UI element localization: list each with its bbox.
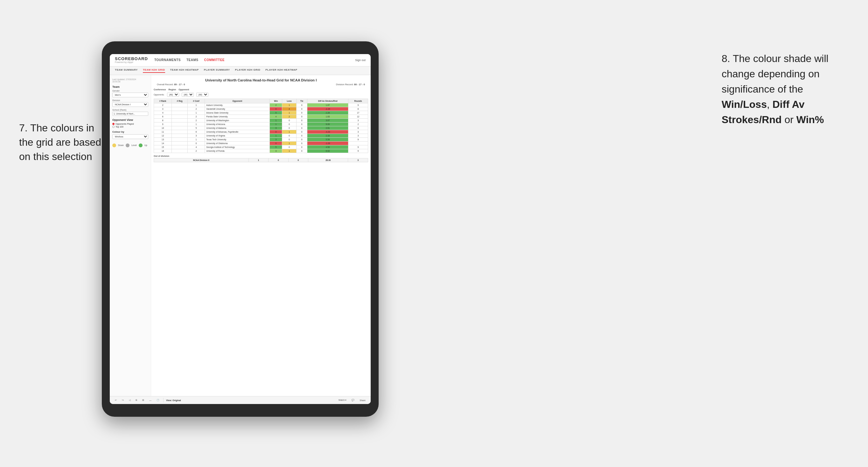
main-content: Last Updated: 27/03/2024 16:55:38 Team G… bbox=[110, 75, 371, 396]
toolbar-separator bbox=[163, 398, 163, 402]
subnav-player-h2h-heatmap[interactable]: PLAYER H2H HEATMAP bbox=[266, 68, 297, 73]
col-diff: Diff Av Strokes/Rnd bbox=[307, 99, 348, 103]
out-division-table: NCAA Division II 1 0 0 26.00 3 bbox=[154, 158, 368, 162]
table-row: 105University of Alabama3002.618 bbox=[154, 126, 368, 130]
filter-row-selects: Opponents: (All) (All) (All) bbox=[154, 93, 368, 97]
legend-row: Down Level Up bbox=[112, 144, 148, 147]
subnav-player-h2h-grid[interactable]: PLAYER H2H GRID bbox=[235, 68, 260, 73]
annotation-right-bold1: Win/Loss bbox=[722, 99, 767, 110]
nav-tournaments[interactable]: TOURNAMENTS bbox=[154, 58, 181, 62]
grid-title: University of North Carolina Head-to-Hea… bbox=[154, 78, 368, 82]
dash-button[interactable]: — bbox=[148, 399, 153, 402]
subnav-team-h2h-heatmap[interactable]: TEAM H2H HEATMAP bbox=[170, 68, 199, 73]
division-select[interactable]: NCAA Division I bbox=[112, 102, 148, 107]
nav-teams[interactable]: TEAMS bbox=[186, 58, 198, 62]
table-row: 82University of Washington1003.673 bbox=[154, 118, 368, 122]
filter-region-select[interactable]: (All) bbox=[182, 93, 194, 97]
comment-button[interactable]: 💬 bbox=[350, 398, 356, 402]
copy-button[interactable]: ⧉ bbox=[134, 398, 138, 402]
colour-by-title: Colour by bbox=[112, 130, 148, 133]
filter-conference-select[interactable]: (All) bbox=[167, 93, 179, 97]
subnav-team-h2h-grid[interactable]: TEAM H2H GRID bbox=[143, 68, 165, 73]
filter-opponent-select[interactable]: (All) bbox=[196, 93, 209, 97]
radio-opponents-played[interactable]: Opponents Played bbox=[112, 123, 148, 125]
last-updated: Last Updated: 27/03/2024 16:55:38 bbox=[112, 78, 148, 83]
logo: SCOREBOARD Powered by clippd bbox=[115, 57, 148, 64]
sub-nav: TEAM SUMMARY TEAM H2H GRID TEAM H2H HEAT… bbox=[110, 66, 371, 75]
bottom-toolbar: ↩ ↪ ◁ ⧉ ⊞ — 🕐 View: Original Watch ▾ 💬 S… bbox=[110, 396, 371, 404]
table-row: 41Arizona State University5102.2817 bbox=[154, 111, 368, 115]
od-rounds: 3 bbox=[348, 158, 368, 162]
school-label: School (Rank) bbox=[112, 109, 148, 111]
nav-committee[interactable]: COMMITTEE bbox=[204, 58, 225, 62]
clock-button[interactable]: 🕐 bbox=[155, 398, 161, 402]
out-division-header: Out of division bbox=[154, 155, 368, 157]
legend-up-dot bbox=[139, 144, 143, 147]
annotation-left: 7. The colours in the grid are based on … bbox=[19, 121, 108, 163]
table-row: 62Florida State University4201.8312 bbox=[154, 115, 368, 118]
col-tie: Tie bbox=[296, 99, 307, 103]
table-row: 154Georgia Institute of Technology5004.5… bbox=[154, 145, 368, 149]
ipad-screen: SCOREBOARD Powered by clippd TOURNAMENTS… bbox=[110, 54, 371, 404]
table-row: 131Texas Tech University3005.569 bbox=[154, 137, 368, 141]
od-diff: 26.00 bbox=[308, 158, 348, 162]
legend-down-dot bbox=[112, 144, 116, 147]
colour-by-select[interactable]: Win/loss bbox=[112, 134, 148, 139]
watch-button[interactable]: Watch ▾ bbox=[337, 398, 348, 402]
col-reg: # Reg bbox=[172, 99, 188, 103]
od-loss: 0 bbox=[269, 158, 288, 162]
table-row: 162University of Florida3106.629 bbox=[154, 149, 368, 153]
col-win: Win bbox=[270, 99, 282, 103]
gender-select[interactable]: Men's bbox=[112, 93, 148, 97]
toolbar-right: Watch ▾ 💬 Share bbox=[337, 398, 367, 402]
filter-region: Region bbox=[168, 88, 176, 91]
radio-dot-opponents-played bbox=[112, 123, 115, 125]
grid-button[interactable]: ⊞ bbox=[141, 398, 146, 402]
annotation-right-line1: The colour shade will change depending o… bbox=[722, 53, 829, 95]
undo-button[interactable]: ↩ bbox=[114, 398, 118, 402]
grid-records: Overall Record: 89 - 17 - 0 Division Rec… bbox=[154, 83, 368, 86]
nav-links: TOURNAMENTS TEAMS COMMITTEE bbox=[154, 58, 349, 62]
opponent-view-title: Opponent View bbox=[112, 118, 148, 122]
table-row: 123University of Virginia1002.333 bbox=[154, 134, 368, 137]
grid-area: University of North Carolina Head-to-Hea… bbox=[151, 75, 371, 396]
filter-opponent: Opponent bbox=[179, 88, 189, 91]
radio-top100[interactable]: Top 100 bbox=[112, 126, 148, 128]
filter-conference: Conference bbox=[154, 88, 166, 91]
table-row: 140University of Oklahoma010-1.00 bbox=[154, 141, 368, 145]
back-button[interactable]: ◁ bbox=[128, 398, 132, 402]
redo-button[interactable]: ↪ bbox=[121, 398, 125, 402]
radio-dot-top100 bbox=[112, 126, 115, 128]
gender-label: Gender bbox=[112, 90, 148, 92]
ipad-frame: SCOREBOARD Powered by clippd TOURNAMENTS… bbox=[102, 41, 379, 417]
od-division: NCAA Division II bbox=[154, 158, 249, 162]
col-loss: Loss bbox=[282, 99, 297, 103]
col-opponent: Opponent bbox=[205, 99, 270, 103]
od-tie: 0 bbox=[288, 158, 308, 162]
col-conf: # Conf bbox=[187, 99, 205, 103]
subnav-team-summary[interactable]: TEAM SUMMARY bbox=[115, 68, 138, 73]
annotation-right: 8. The colour shade will change dependin… bbox=[722, 51, 849, 127]
sign-out-button[interactable]: Sign out bbox=[355, 59, 366, 62]
top-nav: SCOREBOARD Powered by clippd TOURNAMENTS… bbox=[110, 54, 371, 66]
annotation-right-number: 8. bbox=[722, 53, 730, 64]
annotation-right-bold3: Win% bbox=[797, 114, 824, 125]
filter-row: Conference Region Opponent bbox=[154, 88, 368, 91]
col-rank: # Rank bbox=[154, 99, 172, 103]
col-rounds: Rounds bbox=[348, 99, 368, 103]
table-row: 116University of Arkansas, Fayetteville0… bbox=[154, 130, 368, 134]
table-row: 21Auburn University2101.679 bbox=[154, 103, 368, 107]
od-win: 1 bbox=[248, 158, 269, 162]
legend-level-dot bbox=[126, 144, 129, 147]
sidebar-team-title: Team bbox=[112, 85, 148, 88]
table-row: 32Vanderbilt University040-2.298 bbox=[154, 107, 368, 111]
data-table: # Rank # Reg # Conf Opponent Win Loss Ti… bbox=[154, 99, 368, 153]
share-button[interactable]: Share bbox=[358, 399, 367, 402]
out-division-row: NCAA Division II 1 0 0 26.00 3 bbox=[154, 158, 368, 162]
school-value: 1. University of Nort... bbox=[112, 112, 148, 116]
subnav-player-summary[interactable]: PLAYER SUMMARY bbox=[204, 68, 230, 73]
sidebar: Last Updated: 27/03/2024 16:55:38 Team G… bbox=[110, 75, 151, 396]
table-row: 91University of Arizona1009.002 bbox=[154, 122, 368, 126]
view-label[interactable]: View: Original bbox=[166, 399, 181, 402]
division-label: Division bbox=[112, 99, 148, 101]
